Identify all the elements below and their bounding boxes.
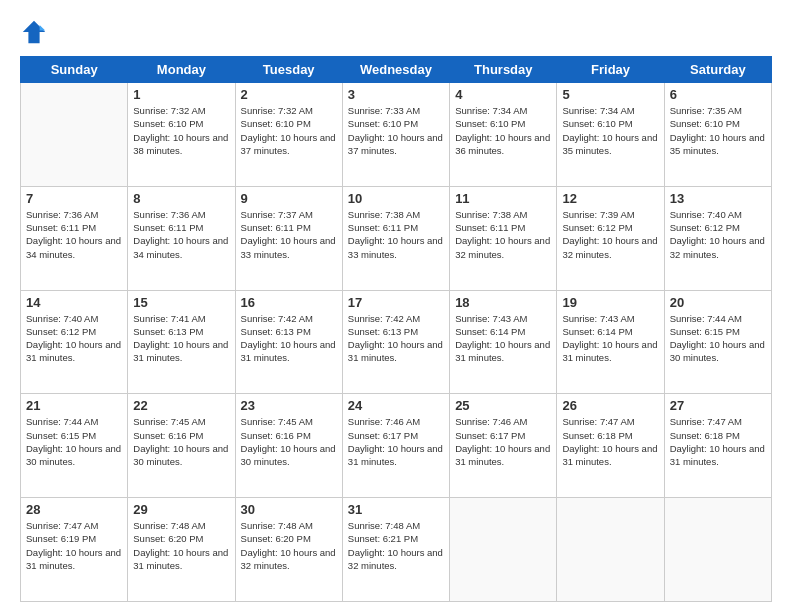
- day-number: 9: [241, 191, 337, 206]
- day-info: Sunrise: 7:44 AMSunset: 6:15 PMDaylight:…: [26, 415, 122, 468]
- calendar-cell: 6Sunrise: 7:35 AMSunset: 6:10 PMDaylight…: [664, 83, 771, 187]
- day-number: 29: [133, 502, 229, 517]
- day-header-thursday: Thursday: [450, 57, 557, 83]
- day-number: 6: [670, 87, 766, 102]
- calendar-cell: 12Sunrise: 7:39 AMSunset: 6:12 PMDayligh…: [557, 186, 664, 290]
- day-number: 28: [26, 502, 122, 517]
- week-row-4: 28Sunrise: 7:47 AMSunset: 6:19 PMDayligh…: [21, 498, 772, 602]
- calendar-cell: 26Sunrise: 7:47 AMSunset: 6:18 PMDayligh…: [557, 394, 664, 498]
- day-info: Sunrise: 7:47 AMSunset: 6:18 PMDaylight:…: [670, 415, 766, 468]
- week-row-1: 7Sunrise: 7:36 AMSunset: 6:11 PMDaylight…: [21, 186, 772, 290]
- day-info: Sunrise: 7:33 AMSunset: 6:10 PMDaylight:…: [348, 104, 444, 157]
- calendar-cell: 30Sunrise: 7:48 AMSunset: 6:20 PMDayligh…: [235, 498, 342, 602]
- day-header-saturday: Saturday: [664, 57, 771, 83]
- day-number: 16: [241, 295, 337, 310]
- day-header-monday: Monday: [128, 57, 235, 83]
- day-info: Sunrise: 7:38 AMSunset: 6:11 PMDaylight:…: [455, 208, 551, 261]
- day-info: Sunrise: 7:48 AMSunset: 6:20 PMDaylight:…: [133, 519, 229, 572]
- day-header-wednesday: Wednesday: [342, 57, 449, 83]
- day-number: 27: [670, 398, 766, 413]
- calendar-cell: 14Sunrise: 7:40 AMSunset: 6:12 PMDayligh…: [21, 290, 128, 394]
- day-info: Sunrise: 7:40 AMSunset: 6:12 PMDaylight:…: [26, 312, 122, 365]
- week-row-2: 14Sunrise: 7:40 AMSunset: 6:12 PMDayligh…: [21, 290, 772, 394]
- calendar-cell: [450, 498, 557, 602]
- header-row: SundayMondayTuesdayWednesdayThursdayFrid…: [21, 57, 772, 83]
- calendar-cell: 2Sunrise: 7:32 AMSunset: 6:10 PMDaylight…: [235, 83, 342, 187]
- day-info: Sunrise: 7:42 AMSunset: 6:13 PMDaylight:…: [348, 312, 444, 365]
- calendar-table: SundayMondayTuesdayWednesdayThursdayFrid…: [20, 56, 772, 602]
- calendar-cell: 3Sunrise: 7:33 AMSunset: 6:10 PMDaylight…: [342, 83, 449, 187]
- calendar-body: 1Sunrise: 7:32 AMSunset: 6:10 PMDaylight…: [21, 83, 772, 602]
- day-info: Sunrise: 7:32 AMSunset: 6:10 PMDaylight:…: [133, 104, 229, 157]
- day-info: Sunrise: 7:48 AMSunset: 6:20 PMDaylight:…: [241, 519, 337, 572]
- logo-icon: [20, 18, 48, 46]
- calendar-cell: 5Sunrise: 7:34 AMSunset: 6:10 PMDaylight…: [557, 83, 664, 187]
- calendar-cell: 28Sunrise: 7:47 AMSunset: 6:19 PMDayligh…: [21, 498, 128, 602]
- calendar-cell: 23Sunrise: 7:45 AMSunset: 6:16 PMDayligh…: [235, 394, 342, 498]
- calendar-cell: [557, 498, 664, 602]
- day-number: 14: [26, 295, 122, 310]
- day-number: 22: [133, 398, 229, 413]
- day-number: 10: [348, 191, 444, 206]
- day-header-tuesday: Tuesday: [235, 57, 342, 83]
- day-info: Sunrise: 7:45 AMSunset: 6:16 PMDaylight:…: [133, 415, 229, 468]
- day-number: 23: [241, 398, 337, 413]
- calendar-cell: [21, 83, 128, 187]
- svg-marker-0: [23, 21, 45, 43]
- day-number: 5: [562, 87, 658, 102]
- day-number: 13: [670, 191, 766, 206]
- day-info: Sunrise: 7:47 AMSunset: 6:18 PMDaylight:…: [562, 415, 658, 468]
- day-number: 18: [455, 295, 551, 310]
- day-info: Sunrise: 7:47 AMSunset: 6:19 PMDaylight:…: [26, 519, 122, 572]
- logo: [20, 18, 52, 46]
- week-row-0: 1Sunrise: 7:32 AMSunset: 6:10 PMDaylight…: [21, 83, 772, 187]
- calendar-cell: 13Sunrise: 7:40 AMSunset: 6:12 PMDayligh…: [664, 186, 771, 290]
- calendar-cell: 17Sunrise: 7:42 AMSunset: 6:13 PMDayligh…: [342, 290, 449, 394]
- day-number: 7: [26, 191, 122, 206]
- day-info: Sunrise: 7:43 AMSunset: 6:14 PMDaylight:…: [562, 312, 658, 365]
- day-number: 26: [562, 398, 658, 413]
- calendar-cell: 9Sunrise: 7:37 AMSunset: 6:11 PMDaylight…: [235, 186, 342, 290]
- calendar-cell: 21Sunrise: 7:44 AMSunset: 6:15 PMDayligh…: [21, 394, 128, 498]
- day-info: Sunrise: 7:45 AMSunset: 6:16 PMDaylight:…: [241, 415, 337, 468]
- calendar-cell: 24Sunrise: 7:46 AMSunset: 6:17 PMDayligh…: [342, 394, 449, 498]
- day-number: 25: [455, 398, 551, 413]
- day-number: 19: [562, 295, 658, 310]
- calendar-cell: 22Sunrise: 7:45 AMSunset: 6:16 PMDayligh…: [128, 394, 235, 498]
- header: [20, 18, 772, 46]
- day-number: 3: [348, 87, 444, 102]
- day-info: Sunrise: 7:35 AMSunset: 6:10 PMDaylight:…: [670, 104, 766, 157]
- day-info: Sunrise: 7:48 AMSunset: 6:21 PMDaylight:…: [348, 519, 444, 572]
- day-header-friday: Friday: [557, 57, 664, 83]
- day-info: Sunrise: 7:37 AMSunset: 6:11 PMDaylight:…: [241, 208, 337, 261]
- day-number: 21: [26, 398, 122, 413]
- calendar-cell: 25Sunrise: 7:46 AMSunset: 6:17 PMDayligh…: [450, 394, 557, 498]
- week-row-3: 21Sunrise: 7:44 AMSunset: 6:15 PMDayligh…: [21, 394, 772, 498]
- day-info: Sunrise: 7:44 AMSunset: 6:15 PMDaylight:…: [670, 312, 766, 365]
- calendar-cell: 11Sunrise: 7:38 AMSunset: 6:11 PMDayligh…: [450, 186, 557, 290]
- calendar-cell: 10Sunrise: 7:38 AMSunset: 6:11 PMDayligh…: [342, 186, 449, 290]
- day-header-sunday: Sunday: [21, 57, 128, 83]
- day-info: Sunrise: 7:34 AMSunset: 6:10 PMDaylight:…: [562, 104, 658, 157]
- day-number: 2: [241, 87, 337, 102]
- calendar-cell: 27Sunrise: 7:47 AMSunset: 6:18 PMDayligh…: [664, 394, 771, 498]
- svg-marker-1: [40, 25, 46, 31]
- calendar-cell: 8Sunrise: 7:36 AMSunset: 6:11 PMDaylight…: [128, 186, 235, 290]
- day-info: Sunrise: 7:39 AMSunset: 6:12 PMDaylight:…: [562, 208, 658, 261]
- day-info: Sunrise: 7:46 AMSunset: 6:17 PMDaylight:…: [348, 415, 444, 468]
- day-number: 4: [455, 87, 551, 102]
- calendar-cell: 7Sunrise: 7:36 AMSunset: 6:11 PMDaylight…: [21, 186, 128, 290]
- calendar-cell: 29Sunrise: 7:48 AMSunset: 6:20 PMDayligh…: [128, 498, 235, 602]
- day-info: Sunrise: 7:36 AMSunset: 6:11 PMDaylight:…: [133, 208, 229, 261]
- day-number: 20: [670, 295, 766, 310]
- day-info: Sunrise: 7:38 AMSunset: 6:11 PMDaylight:…: [348, 208, 444, 261]
- calendar-cell: 15Sunrise: 7:41 AMSunset: 6:13 PMDayligh…: [128, 290, 235, 394]
- day-number: 1: [133, 87, 229, 102]
- day-number: 24: [348, 398, 444, 413]
- day-number: 11: [455, 191, 551, 206]
- day-info: Sunrise: 7:32 AMSunset: 6:10 PMDaylight:…: [241, 104, 337, 157]
- day-info: Sunrise: 7:40 AMSunset: 6:12 PMDaylight:…: [670, 208, 766, 261]
- page: SundayMondayTuesdayWednesdayThursdayFrid…: [0, 0, 792, 612]
- day-info: Sunrise: 7:36 AMSunset: 6:11 PMDaylight:…: [26, 208, 122, 261]
- day-info: Sunrise: 7:34 AMSunset: 6:10 PMDaylight:…: [455, 104, 551, 157]
